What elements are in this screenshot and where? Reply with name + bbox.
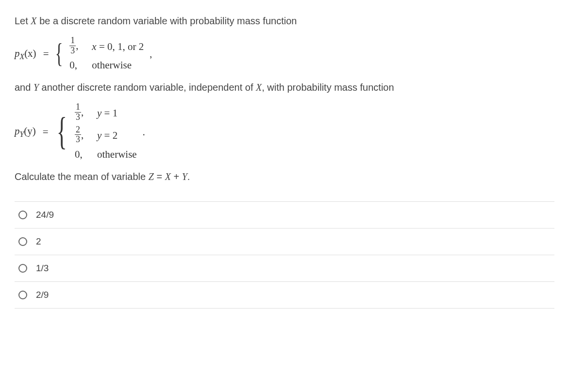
px-case1-comma: ,: [76, 40, 78, 51]
option-2-label: 2: [36, 236, 41, 247]
py-symbol: p: [15, 125, 20, 137]
option-3-label: 1/3: [36, 263, 49, 274]
radio-icon[interactable]: [18, 264, 27, 273]
px-case1-den: 3: [69, 46, 76, 56]
option-4-label: 2/9: [36, 290, 49, 300]
pmf-x-equation: pX(x) = { 1 3 , x = 0, 1, or 2 0, otherw…: [15, 37, 554, 71]
py-sub-y: Y: [20, 130, 24, 138]
py-case3-val: 0,: [75, 148, 92, 161]
px-case2-val: 0,: [69, 59, 87, 71]
question-intro: Let X be a discrete random variable with…: [15, 14, 554, 28]
question-mid: and Y another discrete random variable, …: [15, 80, 554, 95]
question-ask: Calculate the mean of variable Z = X + Y…: [15, 169, 554, 184]
radio-icon[interactable]: [18, 211, 27, 219]
px-case1-num: 1: [69, 36, 76, 46]
p-arg-x: (x): [24, 48, 36, 59]
py-case3-cond: otherwise: [97, 148, 137, 161]
py-trail: .: [143, 127, 145, 138]
answer-options: 24/9 2 1/3 2/9: [15, 201, 554, 309]
py-case1-num: 1: [75, 102, 81, 113]
option-1-label: 24/9: [36, 210, 54, 220]
py-case2-comma: ,: [81, 129, 84, 140]
py-case2-den: 3: [75, 135, 81, 145]
p-sub-x: X: [20, 52, 25, 61]
p-symbol: p: [15, 48, 20, 59]
py-case1-comma: ,: [81, 106, 84, 118]
radio-icon[interactable]: [18, 291, 27, 299]
py-case2-num: 2: [75, 125, 81, 135]
px-case2-cond: otherwise: [92, 59, 132, 71]
option-3[interactable]: 1/3: [15, 255, 554, 282]
option-4[interactable]: 2/9: [15, 282, 554, 309]
option-2[interactable]: 2: [15, 229, 554, 255]
option-1[interactable]: 24/9: [15, 202, 554, 229]
pmf-y-equation: pY(y) = { 1 3 , y = 1 2 3 , y = 2 0, ot: [15, 103, 554, 161]
py-arg: (y): [24, 125, 36, 137]
px-trail: ,: [150, 49, 152, 60]
py-case1-den: 3: [75, 113, 81, 122]
radio-icon[interactable]: [18, 237, 27, 246]
